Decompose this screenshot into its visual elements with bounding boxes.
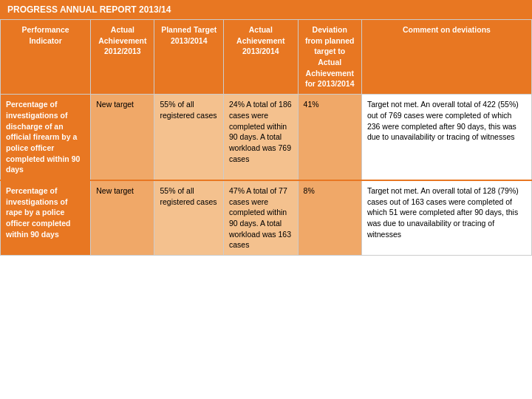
table-row: Percentage of investigations of discharg… <box>1 95 532 180</box>
actual-curr-cell-1: 47% A total of 77 cases were completed w… <box>223 180 298 256</box>
indicator-cell-1: Percentage of investigations of rape by … <box>1 180 91 256</box>
indicator-cell-0: Percentage of investigations of discharg… <box>1 95 91 180</box>
deviation-cell-1: 8% <box>298 180 361 256</box>
deviation-cell-0: 41% <box>298 95 361 180</box>
header-actual-curr: Actual Achievement 2013/2014 <box>223 20 298 95</box>
table-row: Percentage of investigations of rape by … <box>1 180 532 256</box>
actual-prev-cell-0: New target <box>91 95 154 180</box>
planned-cell-0: 55% of all registered cases <box>154 95 223 180</box>
comment-cell-0: Target not met. An overall total of 422 … <box>361 95 531 180</box>
comment-cell-1: Target not met. An overall total of 128 … <box>361 180 531 256</box>
header-planned: Planned Target 2013/2014 <box>154 20 223 95</box>
header-deviation: Deviation from planned target to Actual … <box>298 20 361 95</box>
actual-prev-cell-1: New target <box>91 180 154 256</box>
header-actual-prev: Actual Achievement 2012/2013 <box>91 20 154 95</box>
report-title: PROGRESS ANNUAL REPORT 2013/14 <box>0 0 532 19</box>
table-header-row: Performance Indicator Actual Achievement… <box>1 20 532 95</box>
header-comment: Comment on deviations <box>361 20 531 95</box>
actual-curr-cell-0: 24% A total of 186 cases were completed … <box>223 95 298 180</box>
planned-cell-1: 55% of all registered cases <box>154 180 223 256</box>
header-indicator: Performance Indicator <box>1 20 91 95</box>
